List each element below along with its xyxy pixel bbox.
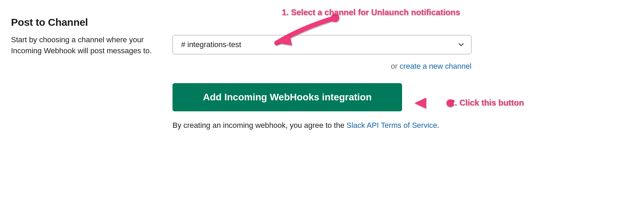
terms-suffix: .	[437, 121, 439, 130]
selected-channel-name: integrations-test	[187, 40, 241, 49]
hash-icon: #	[181, 40, 185, 49]
alternative-row: or create a new channel	[173, 62, 471, 71]
terms-text: By creating an incoming webhook, you agr…	[173, 121, 471, 130]
terms-link[interactable]: Slack API Terms of Service	[346, 121, 437, 130]
form-container: Post to Channel Start by choosing a chan…	[0, 0, 644, 141]
section-heading: Post to Channel	[11, 16, 152, 28]
terms-prefix: By creating an incoming webhook, you agr…	[173, 121, 346, 130]
add-integration-button[interactable]: Add Incoming WebHooks integration	[173, 83, 402, 111]
section-description: Start by choosing a channel where your I…	[11, 34, 152, 56]
right-column: # integrations-test or create a new chan…	[173, 16, 471, 130]
or-text: or	[391, 62, 400, 70]
left-column: Post to Channel Start by choosing a chan…	[11, 16, 152, 130]
channel-select[interactable]: # integrations-test	[173, 35, 471, 54]
create-channel-link[interactable]: create a new channel	[400, 62, 471, 70]
chevron-down-icon	[459, 42, 464, 48]
